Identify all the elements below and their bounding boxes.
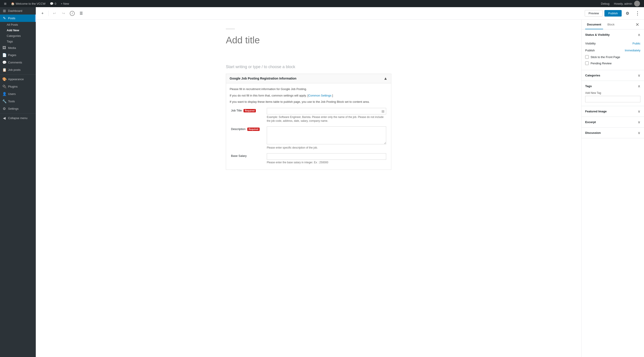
info-icon: i [70,11,75,16]
sidebar-sub-all-posts[interactable]: All Posts [0,22,36,27]
more-options-button[interactable]: ⋮ [633,9,641,17]
sidebar-item-users[interactable]: 👤 Users [0,90,36,98]
sidebar-item-appearance[interactable]: 🎨 Appearance [0,75,36,83]
tools-icon: 🔧 [2,99,6,103]
posts-icon: ✎ [2,16,6,20]
editor-toolbar: ＋ ↩ ↪ i ☰ Preview Publish [36,7,644,20]
howdy-link[interactable]: Howdy, admin [612,0,642,7]
add-new-label: Add New [7,28,19,32]
tools-icon: ☰ [80,11,83,15]
settings-panel-icon: ⚙ [626,11,629,16]
wp-logo-link[interactable]: ⊞ [2,0,9,7]
visibility-row: Visibility Public [585,40,640,47]
excerpt-section: Excerpt ∨ [582,117,644,128]
status-visibility-section: Status & Visibility ∧ Visibility Public … [582,29,644,70]
sidebar-item-tools[interactable]: 🔧 Tools [0,98,36,105]
sidebar-item-label: Settings [8,107,18,110]
post-body-placeholder[interactable]: Start writing or type / to choose a bloc… [226,64,391,69]
publish-value-link[interactable]: Immediately [625,49,640,52]
categories-header[interactable]: Categories ∨ [582,70,644,81]
sidebar-item-job-posts[interactable]: 📋 Job posts [0,66,36,73]
sidebar-item-pages[interactable]: 📄 Pages [0,51,36,59]
sidebar-item-settings[interactable]: ⚙ Settings [0,105,36,112]
description-required-badge: Required [247,128,260,131]
metabox-desc-2-end: ] [332,94,333,97]
post-title-input[interactable] [226,35,391,57]
featured-image-section: Featured Image ∨ [582,106,644,117]
sidebar-item-comments[interactable]: 💬 Comments [0,59,36,66]
tab-block[interactable]: Block [606,20,616,29]
visibility-value: Public [632,42,640,45]
status-visibility-toggle-icon: ∧ [638,33,640,37]
sidebar-sub-add-new[interactable]: Add New [0,27,36,33]
metabox-desc-2: If you do not fill in this form that, co… [230,93,388,98]
admin-bar: ⊞ 🏠 Welcome to the VCCW 💬 0 + New Debug … [0,0,644,7]
debug-link[interactable]: Debug [598,0,612,7]
sidebar-sub-tags[interactable]: Tags [0,39,36,44]
table-row: Base Salary Please enter the base salary… [230,151,388,166]
tab-block-label: Block [608,23,615,26]
description-textarea[interactable] [267,126,386,144]
job-title-label: Job Title [231,109,242,112]
undo-button[interactable]: ↩ [50,9,58,17]
site-name-link[interactable]: 🏠 Welcome to the VCCW [9,0,48,7]
settings-panel-button[interactable]: ⚙ [624,9,632,17]
sidebar-item-label: Dashboard [8,9,22,12]
new-content-link[interactable]: + New [58,0,71,7]
right-panel: Document Block ✕ Status & Visibility ∧ [582,20,644,357]
common-settings-link[interactable]: Common Settings [308,94,332,97]
pending-review-label: Pending Review [590,62,612,65]
preview-button[interactable]: Preview [585,10,603,16]
comments-icon: 💬 [2,60,6,64]
discussion-header[interactable]: Discussion ∨ [582,128,644,138]
home-icon: 🏠 [11,2,14,5]
pending-review-checkbox[interactable] [585,61,589,65]
sidebar-collapse-menu[interactable]: ◀ Collapse menu [0,114,36,122]
panel-close-button[interactable]: ✕ [634,21,640,28]
sidebar-item-label: Comments [8,61,22,64]
excerpt-header[interactable]: Excerpt ∨ [582,117,644,127]
table-row: Job Title Required ⊞ [230,106,388,125]
base-salary-hint: Please enter the base salary in integer.… [267,161,386,164]
job-title-input[interactable] [267,108,386,114]
tab-document[interactable]: Document [585,20,603,29]
sidebar-item-label: Media [8,46,16,50]
add-block-button[interactable]: ＋ [38,9,46,17]
metabox-header[interactable]: Google Job Posting Registration Informat… [226,74,391,83]
visibility-value-link[interactable]: Public [632,42,640,45]
info-button[interactable]: i [68,9,76,17]
tags-label: Tags [7,40,13,43]
status-visibility-content: Visibility Public Publish Immediately St… [582,40,644,70]
tags-header[interactable]: Tags ∧ [582,81,644,91]
sidebar-item-plugins[interactable]: 🔌 Plugins [0,83,36,90]
publish-button[interactable]: Publish [604,10,622,16]
sidebar-item-label: Posts [8,16,16,20]
sidebar-item-label: Job posts [8,68,20,71]
tags-input[interactable] [585,96,640,102]
dashboard-icon: ⊞ [2,9,6,13]
panel-tabs: Document Block ✕ [582,20,644,29]
job-posts-icon: 📋 [2,68,6,72]
sidebar-item-dashboard[interactable]: ⊞ Dashboard [0,7,36,14]
tools-button[interactable]: ☰ [77,9,85,17]
comments-link[interactable]: 💬 0 [48,0,58,7]
metabox-fields-table: Job Title Required ⊞ [230,106,388,166]
sidebar-item-posts[interactable]: ✎ Posts [0,14,36,22]
tags-toggle-icon: ∧ [638,84,640,88]
categories-label: Categories [7,34,21,37]
settings-icon: ⚙ [2,107,6,111]
tags-content: Add New Tag [582,91,644,106]
tab-document-label: Document [587,23,601,26]
stick-front-page-label: Stick to the Front Page [590,55,620,59]
sidebar-item-media[interactable]: 🖼 Media [0,44,36,51]
redo-button[interactable]: ↪ [59,9,67,17]
featured-image-header[interactable]: Featured Image ∨ [582,106,644,117]
sidebar-sub-categories[interactable]: Categories [0,33,36,39]
visibility-label: Visibility [585,42,596,45]
status-visibility-header[interactable]: Status & Visibility ∧ [582,29,644,40]
comments-count: 0 [54,2,56,5]
base-salary-input[interactable] [267,153,386,160]
field-input-base-salary-cell: Please enter the base salary in integer.… [266,151,388,166]
stick-front-page-checkbox[interactable] [585,55,589,59]
metabox-desc-2-text: If you do not fill in this form that, co… [230,94,308,97]
